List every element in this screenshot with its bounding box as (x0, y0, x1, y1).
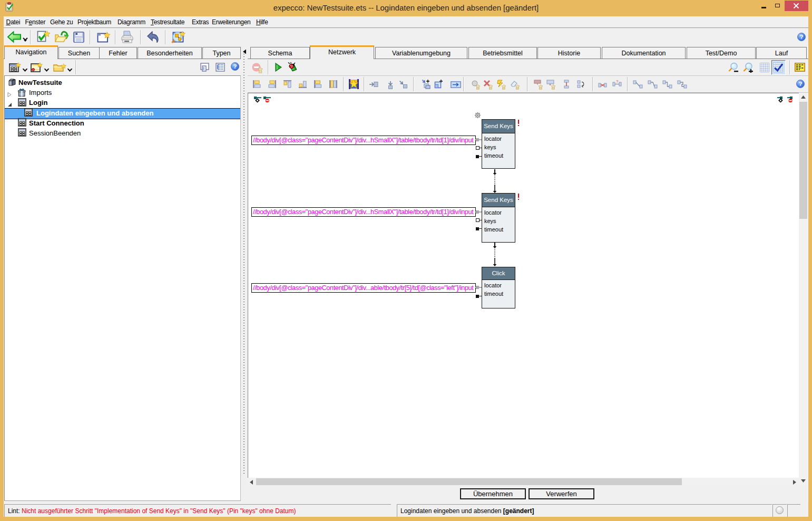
svg-text:?: ? (799, 81, 803, 87)
svg-text:?: ? (800, 34, 804, 40)
svg-text:?: ? (616, 80, 619, 84)
svg-text:?: ? (233, 63, 237, 70)
